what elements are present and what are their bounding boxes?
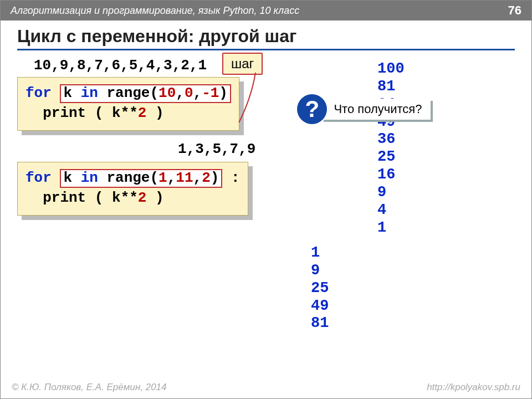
header-bar: Алгоритмизация и программирование, язык … xyxy=(1,1,531,21)
footer-link[interactable]: http://kpolyakov.spb.ru xyxy=(427,382,520,393)
question-callout: ? Что получится? xyxy=(297,94,327,124)
step-callout: шаг xyxy=(222,53,263,75)
output-value: 1 xyxy=(311,244,329,262)
output-value: 36 xyxy=(377,131,405,149)
sequence-1: 10,9,8,7,6,5,4,3,2,1 xyxy=(34,57,207,74)
callout-tail-icon xyxy=(233,73,267,122)
range-highlight-1: k in range(10,0,-1) xyxy=(60,84,231,103)
page-title: Цикл с переменной: другой шаг xyxy=(1,21,531,49)
output-value: 81 xyxy=(311,315,329,332)
step-callout-label: шаг xyxy=(222,53,263,75)
output-value: 81 xyxy=(377,78,405,96)
range-highlight-2: k in range(1,11,2) xyxy=(60,169,222,188)
output-value: 9 xyxy=(311,262,329,280)
footer: © К.Ю. Поляков, Е.А. Ерёмин, 2014 http:/… xyxy=(1,378,531,398)
output-value: 25 xyxy=(377,149,405,166)
breadcrumb: Алгоритмизация и программирование, язык … xyxy=(11,5,299,17)
output-value: 49 xyxy=(311,298,329,315)
output-column-2: 1 9 25 49 81 xyxy=(311,244,329,332)
output-value: 9 xyxy=(377,184,405,202)
code-block-1: for k in range(10,0,-1) print ( k**2 ) xyxy=(17,77,239,131)
output-value: 1 xyxy=(377,219,405,237)
code-block-2: for k in range(1,11,2) : print ( k**2 ) xyxy=(17,162,248,216)
output-value: 16 xyxy=(377,166,405,184)
output-column-1: 100 81 64 49 36 25 16 9 4 1 xyxy=(377,60,405,237)
title-underline xyxy=(17,49,515,50)
output-value: 25 xyxy=(311,280,329,298)
output-value: 4 xyxy=(377,202,405,219)
output-value: 100 xyxy=(377,60,405,78)
keyword-for: for xyxy=(25,85,60,101)
page-number: 76 xyxy=(508,3,521,18)
question-text: Что получится? xyxy=(321,99,431,120)
keyword-for-2: for xyxy=(25,170,60,186)
copyright: © К.Ю. Поляков, Е.А. Ерёмин, 2014 xyxy=(12,382,167,393)
sequence-2: 1,3,5,7,9 xyxy=(178,141,255,157)
